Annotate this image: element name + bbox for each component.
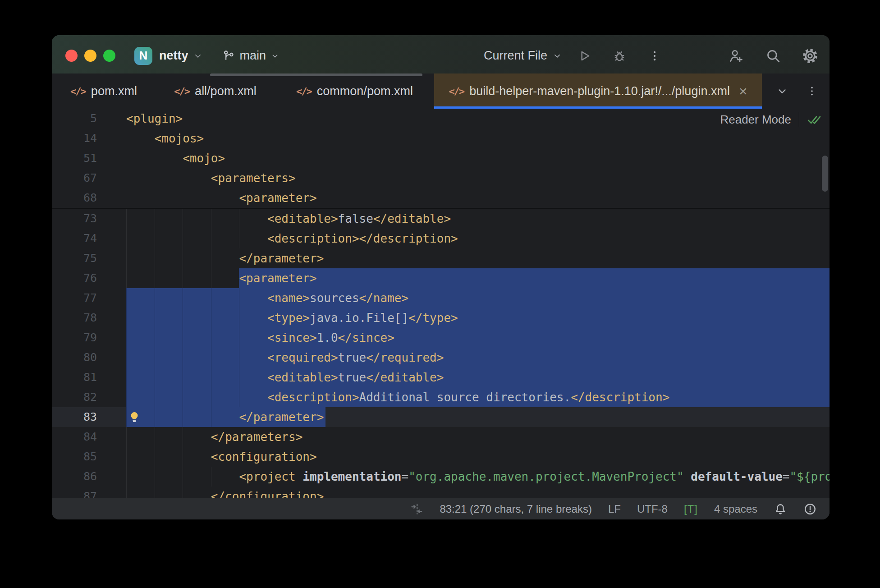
editor-area[interactable]: 5<plugin>14<mojos>51<mojo>67<parameters>… <box>52 109 830 498</box>
editor-tab[interactable]: </>all/pom.xml <box>156 74 275 109</box>
line-number[interactable]: 51 <box>52 148 97 168</box>
inspection-status-icon[interactable] <box>803 502 817 516</box>
indent-guide <box>155 308 155 328</box>
code-with-me-icon[interactable] <box>729 48 744 64</box>
xml-file-icon: </> <box>70 86 86 97</box>
indent-guide <box>126 288 127 308</box>
line-number[interactable]: 67 <box>52 168 97 188</box>
code-area[interactable]: 73<editable>false</editable>74<descripti… <box>52 209 830 498</box>
code-line[interactable]: 77<name>sources</name> <box>52 288 830 308</box>
line-number[interactable]: 81 <box>52 368 97 387</box>
code-line[interactable]: 74<description></description> <box>52 229 830 248</box>
line-number[interactable]: 5 <box>52 109 97 129</box>
line-number[interactable]: 83 <box>52 407 97 427</box>
indent-style-widget[interactable]: 4 spaces <box>714 503 757 515</box>
indent-guide <box>239 328 239 348</box>
line-number[interactable]: 75 <box>52 248 97 268</box>
zoom-window-button[interactable] <box>103 50 115 62</box>
tab-label: all/pom.xml <box>195 84 257 98</box>
xml-file-icon: </> <box>174 86 189 97</box>
line-number[interactable]: 84 <box>52 427 97 447</box>
run-configuration-selector[interactable]: Current File <box>484 49 562 63</box>
caret-position-widget[interactable]: 83:21 (270 chars, 7 line breaks) <box>440 503 592 515</box>
tab-strip-scrollbar[interactable] <box>210 74 422 76</box>
xml-file-icon: </> <box>449 86 464 97</box>
minimize-window-button[interactable] <box>84 50 96 62</box>
code-line[interactable]: 87</configuration> <box>52 487 830 498</box>
run-config-chevron-down-icon <box>553 51 562 60</box>
line-number[interactable]: 68 <box>52 188 97 208</box>
line-number[interactable]: 78 <box>52 308 97 328</box>
tab-strip: </>pom.xml</>all/pom.xml</>common/pom.xm… <box>52 74 762 109</box>
line-number[interactable]: 73 <box>52 209 97 229</box>
selection-highlight <box>126 348 830 368</box>
close-tab-icon[interactable]: × <box>739 84 747 98</box>
code-line[interactable]: 86<project implementation="org.apache.ma… <box>52 467 830 487</box>
line-number[interactable]: 76 <box>52 268 97 288</box>
line-number[interactable]: 77 <box>52 288 97 308</box>
code-line[interactable]: 78<type>java.io.File[]</type> <box>52 308 830 328</box>
notifications-bell-icon[interactable] <box>774 502 787 516</box>
line-separator-widget[interactable]: LF <box>608 503 621 515</box>
line-number[interactable]: 80 <box>52 348 97 368</box>
indent-guide <box>183 288 183 308</box>
soft-wrap-indicator-icon[interactable] <box>410 502 423 516</box>
project-chevron-down-icon[interactable] <box>193 51 202 60</box>
indent-guide <box>155 268 155 288</box>
code-line[interactable]: 81<editable>true</editable> <box>52 368 830 387</box>
run-button[interactable] <box>577 49 591 63</box>
reader-mode-widget[interactable]: Reader Mode <box>720 112 821 127</box>
code-line[interactable]: 82<description>Additional source directo… <box>52 387 830 407</box>
line-number[interactable]: 85 <box>52 447 97 467</box>
filetype-badge[interactable]: [T] <box>684 503 698 515</box>
indent-guide <box>183 308 183 328</box>
indent-guide <box>126 308 127 328</box>
line-number[interactable]: 87 <box>52 487 97 498</box>
tab-options-kebab-icon[interactable] <box>806 85 818 97</box>
sticky-code-line[interactable]: 67<parameters> <box>52 168 830 188</box>
reader-mode-divider <box>799 112 799 127</box>
vcs-branch-widget[interactable]: main <box>222 49 280 63</box>
indent-guide <box>183 248 183 268</box>
inspections-ok-check-icon[interactable] <box>807 113 821 126</box>
code-line[interactable]: 73<editable>false</editable> <box>52 209 830 229</box>
line-number[interactable]: 79 <box>52 328 97 348</box>
sticky-code-line[interactable]: 5<plugin> <box>52 109 830 129</box>
line-number[interactable]: 86 <box>52 467 97 487</box>
settings-gear-icon[interactable] <box>802 48 818 64</box>
project-name[interactable]: netty <box>159 49 188 63</box>
project-icon[interactable]: N <box>134 47 152 65</box>
indent-guide <box>126 209 127 229</box>
editor-tab[interactable]: </>pom.xml <box>52 74 156 109</box>
code-line[interactable]: 76<parameter> <box>52 268 830 288</box>
code-text: <editable>true</editable> <box>267 368 444 387</box>
code-line[interactable]: 85<configuration> <box>52 447 830 467</box>
sticky-code-line[interactable]: 68<parameter> <box>52 188 830 208</box>
code-line[interactable]: 83</parameter> <box>52 407 830 427</box>
hidden-tabs-chevron-down-icon[interactable] <box>776 85 788 97</box>
code-text: <name>sources</name> <box>267 288 408 308</box>
debug-button[interactable] <box>612 49 627 63</box>
editor-tab[interactable]: </>build-helper-maven-plugin-1.10.jar!/.… <box>434 74 762 109</box>
close-window-button[interactable] <box>65 50 78 62</box>
line-number[interactable]: 14 <box>52 129 97 148</box>
code-line[interactable]: 84</parameters> <box>52 427 830 447</box>
line-number[interactable]: 82 <box>52 387 97 407</box>
intention-lightbulb-icon[interactable] <box>128 411 141 423</box>
code-text: <parameter> <box>239 268 316 288</box>
indent-guide <box>126 348 127 368</box>
search-everywhere-icon[interactable] <box>765 48 781 64</box>
code-line[interactable]: 79<since>1.0</since> <box>52 328 830 348</box>
code-line[interactable]: 75</parameter> <box>52 248 830 268</box>
xml-file-icon: </> <box>296 86 312 97</box>
editor-scrollbar-thumb[interactable] <box>822 156 828 192</box>
more-actions-kebab-icon[interactable] <box>648 50 661 62</box>
code-line[interactable]: 80<required>true</required> <box>52 348 830 368</box>
editor-tab[interactable]: </>common/pom.xml <box>275 74 434 109</box>
line-number[interactable]: 74 <box>52 229 97 248</box>
indent-guide <box>126 447 127 467</box>
encoding-widget[interactable]: UTF-8 <box>637 503 668 515</box>
sticky-code-line[interactable]: 14<mojos> <box>52 129 830 148</box>
sticky-code-line[interactable]: 51<mojo> <box>52 148 830 168</box>
code-text: <parameters> <box>211 168 296 188</box>
